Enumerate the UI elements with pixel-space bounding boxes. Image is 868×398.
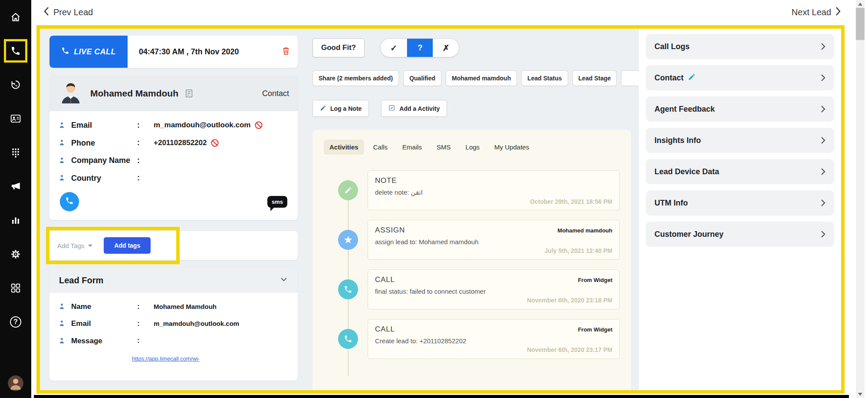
live-call-label: LIVE CALL: [74, 47, 116, 56]
sidebar-item-dialpad[interactable]: [9, 146, 22, 159]
add-activity-button[interactable]: Add a Activity: [381, 100, 447, 117]
chevron-right-icon: [821, 168, 825, 176]
chevron-right-icon: [821, 199, 825, 207]
scrollbar-thumb[interactable]: [856, 8, 865, 40]
good-fit-button[interactable]: Good Fit?: [312, 38, 365, 57]
lead-stage-chip[interactable]: Lead Stage: [572, 70, 617, 86]
sidebar-item-home[interactable]: [9, 10, 22, 23]
notes-icon[interactable]: [184, 89, 194, 98]
do-not-contact-icon[interactable]: [254, 121, 263, 129]
field-colon: :: [137, 121, 154, 130]
sidebar-item-analytics[interactable]: [9, 214, 22, 227]
lead-status-chip[interactable]: Lead Status: [521, 70, 568, 86]
chevron-right-icon: [821, 230, 825, 238]
lead-form-field-email: Email : m_mamdouh@outlook.com: [58, 315, 289, 332]
sidebar-item-settings[interactable]: [9, 248, 22, 261]
sms-label: sms: [272, 199, 283, 205]
chevron-right-icon: [821, 43, 825, 50]
field-label: Message: [71, 336, 137, 345]
timeline-card[interactable]: CALL From Widget final status: failed to…: [368, 269, 620, 309]
sidebar-item-help[interactable]: ?: [9, 315, 22, 328]
scroll-up-arrow[interactable]: [856, 0, 865, 8]
panel-label: Call Logs: [654, 42, 690, 51]
timeline-item-assign: ★ ASSIGN Mohamed mamdouh assign lead to:…: [324, 220, 620, 260]
share-chip[interactable]: Share (2 members added): [312, 70, 399, 86]
timeline-card[interactable]: NOTE delete note: اتقن October 29th, 202…: [368, 170, 620, 210]
next-lead-button[interactable]: Next Lead: [792, 7, 841, 18]
panel-row-agent-feedback[interactable]: Agent Feedback: [646, 96, 834, 122]
tab-emails[interactable]: Emails: [397, 139, 427, 155]
tab-logs[interactable]: Logs: [460, 139, 486, 155]
add-tags-placeholder: Add Tags: [57, 242, 84, 249]
person-icon: [58, 337, 71, 345]
panel-row-call-logs[interactable]: Call Logs: [646, 34, 834, 59]
lead-summary-column: LIVE CALL 04:47:30 AM , 7th Nov 2020 Moh…: [40, 29, 300, 390]
panel-row-customer-journey[interactable]: Customer Journey: [646, 222, 834, 247]
sidebar-item-apps[interactable]: [9, 282, 22, 295]
panel-row-utm-info[interactable]: UTM Info: [646, 190, 834, 216]
sidebar-item-call-history[interactable]: [9, 78, 22, 91]
field-value: m_mamdouh@outlook.com: [154, 320, 289, 327]
owner-chip[interactable]: Mohamed mamdouh: [446, 70, 517, 86]
delete-call-button[interactable]: [281, 46, 291, 57]
add-tags-button[interactable]: Add tags: [104, 237, 151, 254]
call-datetime: 04:47:30 AM , 7th Nov 2020: [139, 47, 239, 56]
help-icon: ?: [10, 316, 21, 328]
phone-icon: [338, 279, 358, 299]
event-message: Create lead to: +201102852202: [375, 337, 612, 345]
prev-lead-button[interactable]: Prev Lead: [43, 7, 93, 18]
timeline-item-call: CALL From Widget final status: failed to…: [324, 269, 620, 309]
dialpad-icon: [10, 147, 21, 158]
sms-icon[interactable]: sms: [267, 196, 287, 208]
phone-icon: [10, 46, 21, 56]
timeline-card[interactable]: CALL From Widget Create lead to: +201102…: [368, 319, 620, 359]
field-colon: :: [137, 156, 154, 165]
fit-good-option[interactable]: ✓: [381, 39, 407, 57]
activity-timeline: NOTE delete note: اتقن October 29th, 202…: [324, 170, 620, 359]
caret-down-icon: [88, 245, 92, 249]
do-not-contact-icon[interactable]: [210, 139, 219, 147]
lead-source-link[interactable]: https://app.limecall.com/wi-: [132, 355, 258, 362]
add-tags-dropdown[interactable]: Add Tags: [57, 242, 92, 249]
star-icon: ★: [338, 230, 358, 250]
qualified-chip[interactable]: Qualified: [403, 70, 441, 86]
panel-label: Contact: [654, 73, 684, 83]
sidebar-item-calls[interactable]: [9, 44, 22, 57]
person-icon: [58, 174, 71, 182]
fit-segmented-control: ✓ ? ✗: [380, 38, 459, 57]
field-label: Name: [71, 302, 137, 311]
prev-lead-label: Prev Lead: [53, 7, 93, 17]
field-label: Company Name: [71, 156, 137, 166]
panel-row-lead-device-data[interactable]: Lead Device Data: [646, 159, 834, 184]
field-colon: :: [137, 319, 154, 328]
phone-icon: [61, 46, 69, 57]
contact-field-company: Company Name :: [58, 152, 289, 169]
live-call-button[interactable]: LIVE CALL: [49, 36, 128, 68]
tab-my-updates[interactable]: My Updates: [489, 139, 535, 155]
contact-avatar: [58, 81, 83, 106]
panel-row-contact[interactable]: Contact: [646, 65, 834, 90]
event-source: Mohamed mamdouh: [558, 227, 612, 234]
tab-calls[interactable]: Calls: [368, 139, 393, 155]
call-contact-button[interactable]: [60, 192, 79, 211]
sidebar-item-contacts[interactable]: [9, 112, 22, 125]
scroll-down-arrow[interactable]: [856, 390, 865, 398]
event-source: From Widget: [578, 326, 612, 333]
tab-sms[interactable]: SMS: [431, 139, 457, 155]
log-note-button[interactable]: Log a Note: [312, 100, 369, 117]
contact-card-icon: [10, 113, 21, 124]
sidebar-item-campaigns[interactable]: [9, 180, 22, 193]
lead-nav-bar: Prev Lead Next Lead: [31, 0, 853, 24]
fit-bad-option[interactable]: ✗: [433, 39, 459, 57]
timeline-card[interactable]: ASSIGN Mohamed mamdouh assign lead to: M…: [368, 220, 620, 260]
panel-row-insights-info[interactable]: Insights Info: [646, 128, 834, 153]
edit-pencil-icon[interactable]: [688, 73, 696, 83]
note-pencil-icon: [338, 180, 358, 200]
fit-unsure-option[interactable]: ?: [407, 39, 433, 57]
panel-label: UTM Info: [654, 199, 688, 208]
cross-icon: ✗: [443, 43, 450, 53]
tab-activities[interactable]: Activities: [324, 139, 364, 155]
vertical-scrollbar[interactable]: [856, 0, 865, 398]
user-avatar[interactable]: [8, 375, 23, 391]
lead-form-header[interactable]: Lead Form: [49, 268, 298, 293]
